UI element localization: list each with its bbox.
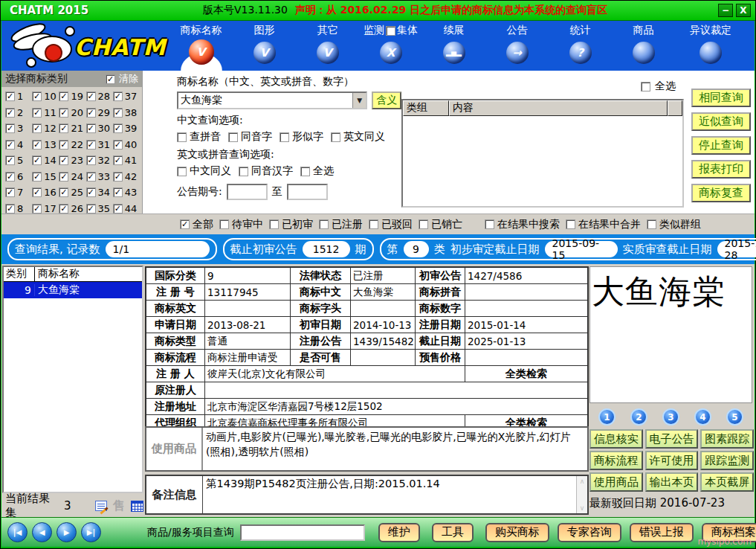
class-checkbox-19[interactable]: ✓ bbox=[59, 92, 68, 101]
class-checkbox-13[interactable]: ✓ bbox=[32, 140, 42, 150]
bottom-button-2[interactable]: 工具 bbox=[432, 523, 474, 542]
next-page-button[interactable]: ▶ bbox=[56, 522, 77, 542]
bottom-button-5[interactable]: 错误上报 bbox=[630, 523, 694, 542]
query-button-4[interactable]: 报表打印 bbox=[691, 160, 751, 179]
class-checkbox-11[interactable]: ✓ bbox=[32, 108, 42, 118]
class-checkbox-1[interactable]: ✓ bbox=[5, 92, 15, 101]
action-button-2[interactable]: 电子公告 bbox=[645, 429, 699, 449]
ball-icon[interactable] bbox=[700, 42, 722, 64]
edit-note-icon[interactable] bbox=[95, 501, 107, 511]
class-checkbox-21[interactable]: ✓ bbox=[59, 123, 68, 133]
status-filter-checkbox-2[interactable] bbox=[219, 219, 229, 229]
trademark-name-combobox[interactable]: 大鱼海棠 ▼ bbox=[177, 92, 367, 109]
en-option-checkbox-3[interactable] bbox=[300, 167, 310, 176]
class-checkbox-25[interactable]: ✓ bbox=[59, 187, 68, 197]
status-filter-checkbox-6[interactable] bbox=[419, 219, 428, 229]
class-checkbox-20[interactable]: ✓ bbox=[59, 108, 68, 118]
remark-scrollbar[interactable]: ∧ ∨ bbox=[576, 476, 587, 513]
bottom-button-4[interactable]: 专家咨询 bbox=[558, 523, 621, 542]
action-button-5[interactable]: 许可使用 bbox=[645, 451, 699, 470]
class-checkbox-6[interactable]: ✓ bbox=[5, 172, 15, 182]
class-checkbox-42[interactable]: ✓ bbox=[113, 172, 123, 182]
action-button-6[interactable]: 跟踪监测 bbox=[700, 451, 754, 470]
question-icon[interactable]: ? bbox=[569, 42, 592, 64]
nav-tab-6[interactable]: 公告→ bbox=[485, 21, 549, 71]
status-filter-checkbox-7[interactable] bbox=[485, 219, 494, 229]
class-checkbox-16[interactable]: ✓ bbox=[32, 187, 42, 197]
class-checkbox-24[interactable]: ✓ bbox=[59, 172, 68, 182]
chart-icon[interactable]: ▂▅▂ bbox=[443, 42, 465, 64]
action-button-1[interactable]: 信息核实 bbox=[589, 429, 643, 449]
combobox-dropdown-icon[interactable]: ▼ bbox=[352, 93, 366, 108]
class-checkbox-30[interactable]: ✓ bbox=[86, 123, 96, 133]
bottom-button-3[interactable]: 购买商标 bbox=[485, 523, 549, 542]
cn-option-checkbox-3[interactable] bbox=[280, 132, 289, 142]
cn-option-checkbox-1[interactable] bbox=[177, 132, 187, 142]
class-checkbox-33[interactable]: ✓ bbox=[86, 172, 96, 182]
nav-tab-5[interactable]: 续展▂▅▂ bbox=[422, 21, 485, 71]
class-checkbox-12[interactable]: ✓ bbox=[32, 123, 42, 133]
table-view-icon[interactable] bbox=[131, 501, 143, 512]
nav-tab-7[interactable]: 统计? bbox=[549, 21, 612, 71]
class-checkbox-17[interactable]: ✓ bbox=[32, 204, 42, 214]
group-column-header[interactable]: 类组 bbox=[403, 100, 449, 116]
class-checkbox-43[interactable]: ✓ bbox=[113, 187, 123, 197]
nav-tab-1[interactable]: 商标名称V bbox=[169, 21, 233, 71]
class-checkbox-15[interactable]: ✓ bbox=[32, 172, 42, 182]
class-checkbox-41[interactable]: ✓ bbox=[113, 155, 123, 165]
tools-icon[interactable]: X bbox=[380, 42, 402, 64]
page-circle-1[interactable]: 1 bbox=[598, 408, 616, 426]
meaning-button[interactable]: 含义 bbox=[372, 92, 401, 109]
v-icon[interactable]: V bbox=[189, 39, 214, 65]
clear-checkbox[interactable]: ✓ bbox=[106, 74, 115, 84]
sale-icon[interactable]: 售 bbox=[113, 498, 125, 514]
table-row[interactable]: 9大鱼海棠 bbox=[4, 282, 142, 298]
class-checkbox-26[interactable]: ✓ bbox=[59, 204, 68, 214]
status-filter-checkbox-1[interactable]: ✓ bbox=[180, 219, 190, 229]
class-checkbox-7[interactable]: ✓ bbox=[5, 187, 15, 197]
query-button-3[interactable]: 停止查询 bbox=[691, 136, 751, 155]
status-filter-checkbox-4[interactable] bbox=[319, 219, 329, 229]
en-option-checkbox-2[interactable] bbox=[239, 167, 248, 176]
page-circle-4[interactable]: 4 bbox=[694, 408, 711, 426]
close-button[interactable]: X bbox=[736, 4, 751, 17]
last-page-button[interactable]: ▶| bbox=[81, 522, 101, 542]
action-button-9[interactable]: 本页截屏 bbox=[700, 472, 754, 492]
nav-tab-8[interactable]: 商品 bbox=[612, 21, 675, 71]
class-checkbox-5[interactable]: ✓ bbox=[5, 155, 15, 165]
result-list[interactable]: 类别 商标名称 9大鱼海棠 bbox=[2, 266, 143, 493]
nav-tab-3[interactable]: 其它V bbox=[296, 21, 359, 71]
status-filter-checkbox-8[interactable] bbox=[566, 219, 575, 229]
action-button-7[interactable]: 使用商品 bbox=[589, 472, 643, 492]
class-checkbox-22[interactable]: ✓ bbox=[59, 140, 68, 150]
class-checkbox-4[interactable]: ✓ bbox=[5, 140, 15, 150]
query-button-5[interactable]: 商标复查 bbox=[691, 184, 751, 202]
status-filter-checkbox-5[interactable] bbox=[369, 219, 378, 229]
class-checkbox-29[interactable]: ✓ bbox=[86, 108, 96, 118]
first-page-button[interactable]: |◀ bbox=[7, 522, 28, 542]
class-checkbox-44[interactable]: ✓ bbox=[113, 204, 123, 214]
class-checkbox-37[interactable]: ✓ bbox=[113, 92, 123, 101]
action-button-3[interactable]: 图素跟踪 bbox=[700, 429, 754, 449]
class-checkbox-23[interactable]: ✓ bbox=[59, 155, 68, 165]
class-checkbox-14[interactable]: ✓ bbox=[32, 155, 42, 165]
v-icon[interactable]: V bbox=[253, 42, 276, 64]
ball-icon[interactable] bbox=[633, 42, 655, 64]
cn-option-checkbox-2[interactable] bbox=[228, 132, 238, 142]
class-checkbox-32[interactable]: ✓ bbox=[86, 155, 96, 165]
page-circle-2[interactable]: 2 bbox=[630, 408, 647, 426]
prev-page-button[interactable]: ◀ bbox=[32, 522, 52, 542]
minimize-button[interactable]: − bbox=[718, 4, 733, 17]
v-icon[interactable]: V bbox=[317, 42, 339, 64]
status-filter-checkbox-9[interactable] bbox=[647, 219, 656, 229]
class-checkbox-35[interactable]: ✓ bbox=[86, 204, 96, 214]
status-filter-checkbox-3[interactable] bbox=[269, 219, 279, 229]
class-checkbox-40[interactable]: ✓ bbox=[113, 140, 123, 150]
query-button-1[interactable]: 相同查询 bbox=[691, 89, 751, 107]
goods-query-input[interactable] bbox=[240, 524, 365, 541]
nav-tab-9[interactable]: 异议裁定 bbox=[675, 21, 746, 71]
class-checkbox-39[interactable]: ✓ bbox=[113, 123, 123, 133]
select-all-checkbox[interactable] bbox=[641, 82, 650, 92]
en-option-checkbox-1[interactable] bbox=[177, 167, 187, 176]
arrow-icon[interactable]: → bbox=[506, 42, 529, 64]
